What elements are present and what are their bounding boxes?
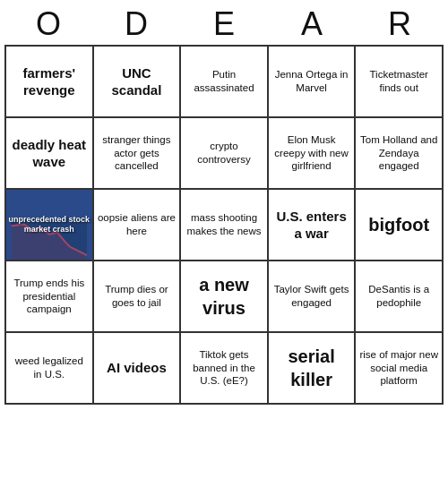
cell-r4c1[interactable]: Trump ends his presidential campaign: [6, 261, 94, 333]
cell-r5c4[interactable]: serial killer: [269, 333, 357, 405]
stock-market-image: unprecedented stock market crash: [6, 190, 92, 260]
cell-r5c2[interactable]: AI videos: [94, 333, 182, 405]
cell-r3c1[interactable]: unprecedented stock market crash: [6, 190, 94, 261]
header-r: R: [356, 4, 444, 45]
header-d: D: [92, 4, 180, 45]
cell-r1c3[interactable]: Putin assassinated: [181, 47, 269, 118]
cell-r5c5[interactable]: rise of major new social media platform: [356, 333, 444, 405]
stock-overlay-text: unprecedented stock market crash: [6, 213, 92, 236]
bingo-grid: farmers' revenge UNC scandal Putin assas…: [4, 45, 444, 405]
cell-r2c1[interactable]: deadly heat wave: [6, 118, 94, 190]
header-e: E: [180, 4, 268, 45]
header-a: A: [268, 4, 356, 45]
cell-r2c4[interactable]: Elon Musk creepy with new girlfriend: [269, 118, 357, 190]
cell-r3c5[interactable]: bigfoot: [356, 190, 444, 261]
cell-r5c3[interactable]: Tiktok gets banned in the U.S. (eE?): [181, 333, 269, 405]
cell-r1c1[interactable]: farmers' revenge: [6, 47, 94, 118]
header-row: O D E A R: [4, 4, 444, 45]
cell-r4c5[interactable]: DeSantis is a pedophile: [356, 261, 444, 333]
cell-r2c2[interactable]: stranger things actor gets cancelled: [94, 118, 182, 190]
cell-r2c5[interactable]: Tom Holland and Zendaya engaged: [356, 118, 444, 190]
cell-r1c2[interactable]: UNC scandal: [94, 47, 182, 118]
cell-r5c1[interactable]: weed legalized in U.S.: [6, 333, 94, 405]
cell-r3c4[interactable]: U.S. enters a war: [269, 190, 357, 261]
cell-r2c3[interactable]: crypto controversy: [181, 118, 269, 190]
cell-r4c3[interactable]: a new virus: [181, 261, 269, 333]
cell-r1c5[interactable]: Ticketmaster finds out: [356, 47, 444, 118]
cell-r1c4[interactable]: Jenna Ortega in Marvel: [269, 47, 357, 118]
cell-r3c2[interactable]: oopsie aliens are here: [94, 190, 182, 261]
cell-r4c4[interactable]: Taylor Swift gets engaged: [269, 261, 357, 333]
bingo-board: O D E A R farmers' revenge UNC scandal P…: [4, 4, 444, 405]
cell-r3c3[interactable]: mass shooting makes the news: [181, 190, 269, 261]
cell-r4c2[interactable]: Trump dies or goes to jail: [94, 261, 182, 333]
header-o: O: [4, 4, 92, 45]
